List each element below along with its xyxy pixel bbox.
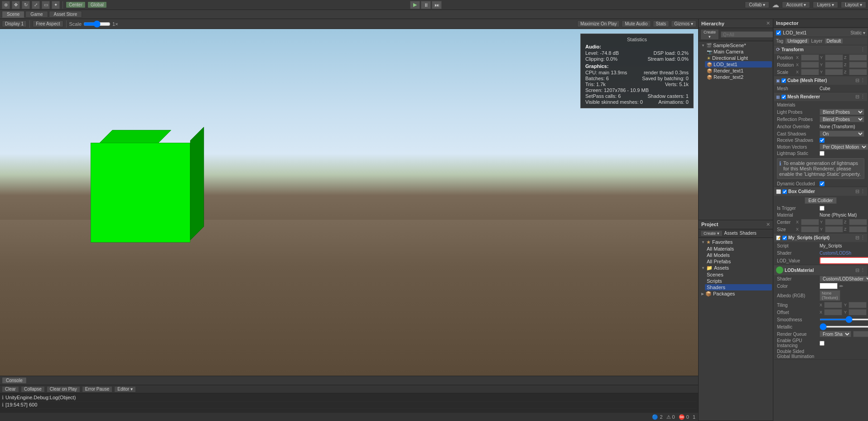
project-all-models[interactable]: All Models	[705, 252, 772, 258]
static-dropdown[interactable]: Static ▾	[850, 30, 865, 35]
maximize-on-play-btn[interactable]: Maximize On Play	[577, 20, 620, 27]
hierarchy-item-samplescene[interactable]: ▼ 🎬 SampleScene*	[699, 42, 772, 48]
project-scripts[interactable]: Scripts	[705, 278, 772, 284]
tiling-x-input[interactable]: 1	[824, 302, 842, 308]
rotation-y-input[interactable]: 0	[825, 62, 843, 68]
mesh-filter-checkbox[interactable]	[781, 78, 786, 83]
account-button[interactable]: Account ▾	[782, 1, 810, 8]
shaders-tab[interactable]: Shaders	[740, 231, 757, 236]
center-x-input[interactable]: 0	[801, 219, 819, 225]
play-button[interactable]: ▶	[410, 1, 420, 9]
aspect-select[interactable]: Free Aspect	[33, 20, 63, 27]
transform-icon[interactable]: ⊕	[2, 1, 10, 9]
console-tab[interactable]: Console	[2, 377, 27, 384]
position-z-input[interactable]: -2.225	[849, 54, 867, 61]
scale-z-input[interactable]: 1	[849, 69, 867, 75]
center-y-input[interactable]: 0	[825, 219, 843, 225]
edit-color-icon[interactable]: ✏	[839, 284, 843, 289]
object-active-checkbox[interactable]	[776, 30, 781, 35]
scale-slider[interactable]	[83, 20, 111, 28]
layout-button[interactable]: Layout ▾	[841, 1, 866, 8]
mr-icon1[interactable]: ⊟	[855, 94, 859, 100]
light-probes-select[interactable]: Blend Probes	[820, 109, 864, 115]
rotate-icon[interactable]: ↻	[22, 1, 30, 9]
clear-on-play-btn[interactable]: Clear on Play	[47, 386, 80, 392]
mesh-filter-header[interactable]: ▣ Cube (Mesh Filter) ⊟ ⋮	[774, 76, 867, 85]
reflection-probes-select[interactable]: Blend Probes	[820, 116, 864, 122]
offset-y-input[interactable]: 0	[849, 309, 867, 315]
collapse-btn[interactable]: Collapse	[21, 386, 45, 392]
hierarchy-item-directional-light[interactable]: ☀ Directional Light	[705, 55, 772, 61]
lods-material-header[interactable]: LODsMaterial ⊟ ⋮	[774, 265, 867, 275]
smoothness-slider[interactable]	[820, 319, 868, 320]
lods-shader-select[interactable]: Custom/LODShader	[820, 276, 868, 282]
size-x-input[interactable]: 1	[801, 226, 819, 232]
project-favorites[interactable]: ▼ ★ Favorites	[699, 239, 772, 246]
step-button[interactable]: ⏭	[432, 1, 442, 9]
project-scenes[interactable]: Scenes	[705, 271, 772, 278]
box-collider-checkbox[interactable]	[782, 189, 787, 194]
my-scripts-checkbox[interactable]	[782, 236, 787, 240]
box-collider-header[interactable]: ⬜ Box Collider ⊟ ⋮	[774, 187, 867, 196]
display-select[interactable]: Display 1	[2, 20, 27, 27]
rotation-z-input[interactable]: 0	[849, 62, 867, 68]
error-pause-btn[interactable]: Error Pause	[82, 386, 112, 392]
stats-btn[interactable]: Stats	[653, 20, 670, 27]
position-y-input[interactable]: 0.7955	[825, 54, 843, 61]
size-z-input[interactable]: 1	[849, 226, 867, 232]
mr-icon2[interactable]: ⋮	[860, 94, 865, 100]
mf-icon2[interactable]: ⋮	[860, 77, 865, 83]
lod-value-input[interactable]: 500	[820, 257, 868, 264]
lm-icon1[interactable]: ⊟	[855, 267, 859, 273]
my-scripts-header[interactable]: 📝 My_Scripts (Script) ⊟ ⋮	[774, 233, 867, 242]
project-all-materials[interactable]: All Materials	[705, 246, 772, 252]
project-assets[interactable]: ▼ 📁 Assets	[699, 265, 772, 271]
hierarchy-create-btn[interactable]: Create ▾	[700, 29, 719, 40]
lightmap-static-checkbox[interactable]	[820, 151, 825, 156]
hierarchy-item-render-text2[interactable]: 📦 Render_text2	[705, 74, 772, 80]
color-swatch[interactable]	[820, 283, 838, 289]
is-trigger-checkbox[interactable]	[820, 206, 825, 211]
gpu-instancing-checkbox[interactable]	[820, 341, 825, 346]
viewport-canvas[interactable]: Statistics Audio: Level: -74.8 dB DSP lo…	[0, 29, 698, 376]
project-packages[interactable]: ▶ 📦 Packages	[699, 290, 772, 297]
pivot-global-btn[interactable]: Global	[87, 1, 107, 8]
scale-y-input[interactable]: 1	[825, 69, 843, 75]
scale-icon[interactable]: ⤢	[32, 1, 40, 9]
move-icon[interactable]: ✥	[12, 1, 20, 9]
transform-header[interactable]: ⟳ Transform ⋮	[774, 45, 867, 54]
project-all-prefabs[interactable]: All Prefabs	[705, 258, 772, 265]
hierarchy-item-lod-text1[interactable]: 📦 LOD_text1	[705, 61, 772, 68]
collab-button[interactable]: Collab ▾	[745, 1, 769, 8]
motion-vectors-select[interactable]: Per Object Motion	[820, 144, 868, 150]
receive-shadows-checkbox[interactable]	[820, 138, 825, 143]
offset-x-input[interactable]: 0	[824, 309, 842, 315]
hierarchy-item-render-text1[interactable]: 📦 Render_text1	[705, 68, 772, 74]
tag-value[interactable]: Untagged	[785, 38, 809, 44]
cloud-icon[interactable]: ☁	[772, 0, 779, 9]
cast-shadows-select[interactable]: On	[820, 131, 864, 137]
mesh-renderer-checkbox[interactable]	[781, 95, 786, 99]
render-queue-select[interactable]: From Shader	[820, 331, 851, 337]
ms-icon2[interactable]: ⋮	[860, 235, 865, 241]
pause-button[interactable]: ⏸	[421, 1, 431, 9]
project-create-btn[interactable]: Create ▾	[700, 230, 723, 237]
position-x-input[interactable]: 2.6725	[801, 54, 819, 61]
render-queue-value-input[interactable]: 2000	[853, 331, 868, 337]
layers-button[interactable]: Layers ▾	[813, 1, 838, 8]
assets-tab[interactable]: Assets	[724, 231, 738, 236]
dynamic-occluded-checkbox[interactable]	[820, 181, 825, 186]
rect-icon[interactable]: ▭	[42, 1, 50, 9]
lm-icon2[interactable]: ⋮	[860, 267, 865, 273]
tiling-y-input[interactable]: 1	[849, 302, 867, 308]
project-shaders[interactable]: Shaders	[705, 284, 772, 290]
gizmos-btn[interactable]: Gizmos ▾	[671, 20, 696, 27]
mute-audio-btn[interactable]: Mute Audio	[622, 20, 651, 27]
editor-btn[interactable]: Editor ▾	[114, 386, 136, 392]
tab-asset-store[interactable]: Asset Store	[49, 11, 82, 18]
tab-scene[interactable]: Scene	[2, 11, 24, 18]
rotation-x-input[interactable]: 0	[801, 62, 819, 68]
edit-collider-btn[interactable]: Edit Collider	[805, 197, 837, 204]
metallic-slider[interactable]	[820, 326, 868, 328]
layer-value[interactable]: Default	[825, 38, 844, 44]
